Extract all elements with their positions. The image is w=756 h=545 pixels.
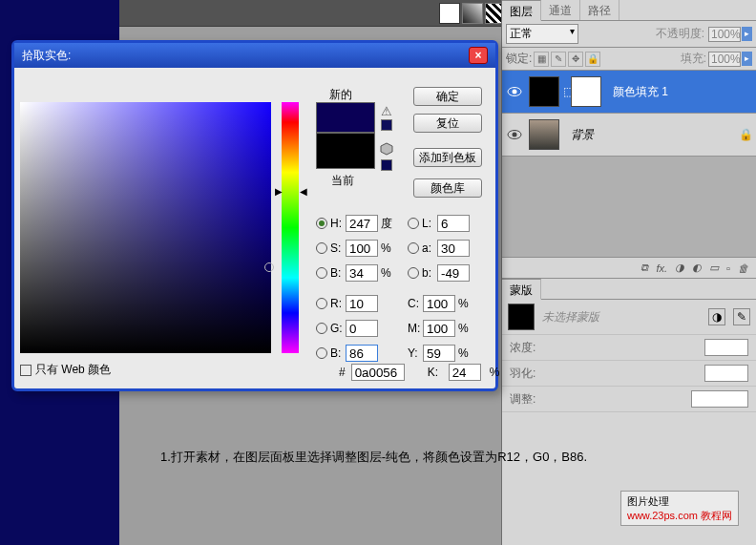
m-input[interactable] [423,320,455,337]
gamut-swatch[interactable] [381,119,392,131]
radio-blue[interactable] [316,347,327,359]
color-picker-dialog: 拾取实色: × ▶ ◀ 新的 当前 ⚠ 确定 复位 添加到色板 颜色库 H: 度… [11,40,498,391]
opacity-field[interactable]: 100% [708,27,741,42]
c-input[interactable] [423,295,455,312]
k-input[interactable] [449,364,481,381]
svg-point-1 [513,90,517,94]
radio-a[interactable] [408,242,419,254]
layers-list: ⬚ 颜色填充 1 背景 🔒 [502,71,756,257]
y-input[interactable] [423,345,455,362]
h-input[interactable] [346,215,378,232]
mask-status: 未选择蒙版 [542,309,599,325]
layer-mask-thumb [571,76,601,107]
layer-row-bg[interactable]: 背景 🔒 [502,114,756,157]
feather-label: 羽化: [510,366,536,382]
layer-fill-thumb [529,76,559,107]
saturation-value-box[interactable] [20,102,271,353]
radio-g[interactable] [316,323,327,334]
fill-field[interactable]: 100% [708,52,741,67]
close-icon[interactable]: × [469,47,488,64]
instruction-caption: 1.打开素材，在图层面板里选择调整图层-纯色，将颜色设置为R12，G0，B86. [160,449,587,466]
layers-footer: ⧉ fx. ◑ ◐ ▭ ▫ 🗑 [502,257,756,278]
radio-b[interactable] [316,267,327,279]
ok-button[interactable]: 确定 [413,87,482,106]
pixel-mask-icon[interactable]: ◑ [708,308,725,325]
feather-field[interactable] [704,365,748,382]
sv-cursor[interactable] [264,262,274,272]
vector-mask-icon[interactable]: ✎ [733,308,750,325]
lab-b-input[interactable] [437,264,470,282]
lock-label: 锁定: [506,51,532,67]
radio-lab-b[interactable] [408,267,419,279]
gamut-warning-icon[interactable]: ⚠ [381,104,392,118]
web-only-checkbox[interactable] [20,365,32,376]
adjust-field[interactable] [691,390,748,408]
cancel-button[interactable]: 复位 [413,114,482,133]
radio-r[interactable] [316,298,327,309]
layer-bg-thumb [529,119,559,150]
r-input[interactable] [346,295,378,312]
lock-all-icon[interactable]: 🔒 [585,52,600,67]
tab-masks[interactable]: 蒙版 [502,279,541,300]
adjustment-icon[interactable]: ◐ [692,262,702,274]
tab-channels[interactable]: 通道 [541,0,580,20]
radio-s[interactable] [316,242,327,254]
density-label: 浓度: [510,340,536,356]
lock-transparent-icon[interactable]: ▦ [534,52,549,67]
link-icon: ⬚ [563,85,571,98]
tab-layers[interactable]: 图层 [502,0,541,21]
layer-row-fill[interactable]: ⬚ 颜色填充 1 [502,71,756,114]
masks-panel: 蒙版 未选择蒙版 ◑ ✎ 浓度: 羽化: 调整: [502,278,756,412]
dialog-titlebar[interactable]: 拾取实色: × [14,43,495,68]
s-input[interactable] [346,240,378,257]
layer-name[interactable]: 背景 [563,127,735,143]
blue-input[interactable] [346,345,378,362]
top-bar [119,0,501,27]
color-libraries-button[interactable]: 颜色库 [413,178,482,198]
g-input[interactable] [346,320,378,337]
folder-icon[interactable]: ▭ [709,262,719,274]
web-only-label: 只有 Web 颜色 [35,362,111,378]
current-color-swatch[interactable] [316,133,375,169]
fill-label: 填充: [681,51,706,67]
radio-h[interactable] [316,218,327,229]
hue-slider[interactable] [282,102,299,353]
gradient-icon-1[interactable] [439,3,460,24]
visibility-eye-icon[interactable] [506,128,523,142]
svg-point-3 [513,133,517,137]
add-swatch-button[interactable]: 添加到色板 [413,148,482,167]
radio-l[interactable] [408,218,419,229]
hex-input[interactable] [351,364,405,381]
websafe-swatch[interactable] [381,159,392,171]
brightness-input[interactable] [346,264,378,282]
blend-mode-dropdown[interactable]: 正常 [506,24,578,44]
hue-cursor-left: ▶ [275,186,283,197]
svg-marker-4 [381,143,392,155]
opacity-arrow[interactable]: ▸ [742,27,752,41]
fx-icon[interactable]: fx. [656,262,667,274]
mask-thumb [508,304,535,330]
opacity-label: 不透明度: [656,26,704,42]
a-input[interactable] [437,240,470,257]
lock-paint-icon[interactable]: ✎ [551,52,566,67]
layer-name[interactable]: 颜色填充 1 [605,84,752,100]
dialog-title: 拾取实色: [22,48,71,64]
l-input[interactable] [437,215,470,232]
watermark: 图片处理 www.23ps.com 教程网 [620,491,739,526]
visibility-eye-icon[interactable] [506,85,523,99]
new-label: 新的 [329,87,352,103]
density-field[interactable] [704,339,748,356]
new-color-swatch [316,102,375,133]
lock-move-icon[interactable]: ✥ [568,52,583,67]
lock-icon: 🔒 [739,128,752,141]
websafe-warning-icon[interactable] [380,142,393,156]
hex-label: # [339,366,346,379]
gradient-icon-2[interactable] [462,3,483,24]
current-label: 当前 [331,173,354,189]
fill-arrow[interactable]: ▸ [742,52,752,66]
tab-paths[interactable]: 路径 [580,0,620,20]
link-layers-icon[interactable]: ⧉ [640,262,648,274]
mask-icon[interactable]: ◑ [675,262,684,274]
new-layer-icon[interactable]: ▫ [726,262,730,274]
trash-icon[interactable]: 🗑 [738,262,748,274]
